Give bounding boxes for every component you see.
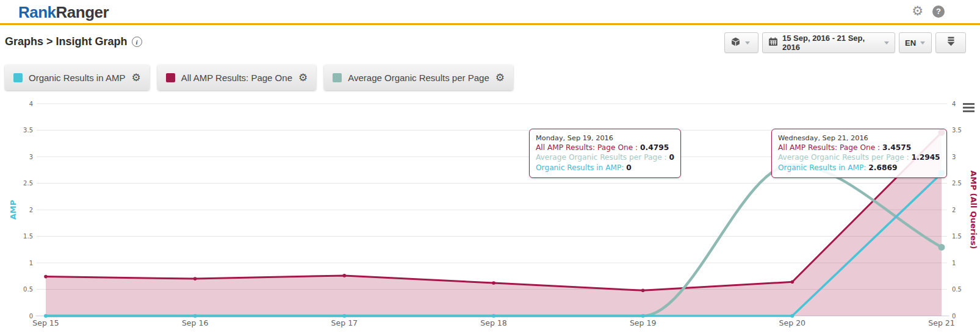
legend-item-all-amp-results-page-one[interactable]: All AMP Results: Page One ⚙: [157, 65, 317, 90]
rankranger-logo[interactable]: RankRanger: [18, 3, 109, 22]
series-legend: Organic Results in AMP ⚙ All AMP Results…: [5, 65, 513, 90]
tooltip-title: Monday, Sep 19, 2016: [536, 134, 674, 143]
x-axis-label: Sep 15: [32, 318, 59, 327]
y-tick-right: 2: [952, 207, 956, 213]
gear-icon[interactable]: ⚙: [298, 71, 308, 84]
language-label: EN: [905, 38, 916, 48]
data-point[interactable]: [791, 281, 794, 284]
data-point[interactable]: [342, 314, 346, 318]
legend-label: Average Organic Results per Page: [348, 73, 489, 83]
y-tick-left: 4: [29, 101, 33, 107]
insight-graph-page: RankRanger ⚙ ? Graphs > Insight Graph i: [0, 0, 980, 336]
tooltip-row: Organic Results in AMP: 0: [536, 163, 674, 173]
chart-menu-icon[interactable]: [963, 103, 975, 114]
y-tick-right: 3.5: [952, 127, 962, 134]
y-tick-left: 2.5: [23, 180, 33, 187]
breadcrumb: Graphs > Insight Graph i: [5, 35, 142, 48]
data-point[interactable]: [641, 288, 645, 292]
x-axis-label: Sep 16: [182, 318, 208, 327]
y-tick-left: 0.5: [23, 286, 33, 293]
tooltip-row: All AMP Results: Page One : 3.4575: [778, 143, 940, 152]
tooltip-row: All AMP Results: Page One : 0.4795: [536, 143, 674, 152]
color-swatch: [13, 73, 23, 82]
data-point[interactable]: [193, 277, 197, 281]
gear-icon[interactable]: ⚙: [495, 71, 505, 84]
y-tick-right: 1: [952, 260, 956, 266]
color-swatch: [166, 73, 175, 82]
y-tick-right: 3: [952, 154, 956, 160]
data-point[interactable]: [193, 314, 197, 318]
y-tick-right: 4: [952, 101, 956, 107]
x-axis-label: Sep 18: [480, 318, 506, 327]
data-point[interactable]: [44, 275, 48, 279]
y-tick-left: 2: [29, 207, 33, 213]
y-tick-right: 2.5: [952, 180, 962, 187]
y-tick-left: 3: [29, 154, 33, 160]
legend-label: All AMP Results: Page One: [181, 73, 292, 83]
chevron-down-icon: [920, 41, 925, 45]
x-axis-label: Sep 20: [779, 318, 805, 327]
y-tick-right: 1.5: [952, 233, 962, 240]
color-swatch: [333, 73, 342, 82]
settings-gear-icon[interactable]: ⚙: [912, 5, 923, 18]
language-button[interactable]: EN: [899, 32, 932, 53]
help-icon[interactable]: ?: [932, 5, 945, 18]
x-axis-label: Sep 21: [928, 318, 954, 327]
cube-icon: [730, 37, 741, 49]
gear-icon[interactable]: ⚙: [131, 71, 140, 84]
x-axis-label: Sep 17: [331, 318, 358, 327]
download-icon: [946, 36, 956, 49]
tooltip-row: Organic Results in AMP: 2.6869: [778, 163, 940, 173]
tooltip-sep-19: Monday, Sep 19, 2016 All AMP Results: Pa…: [529, 129, 681, 178]
data-point[interactable]: [492, 314, 495, 318]
data-point[interactable]: [343, 274, 347, 277]
legend-label: Organic Results in AMP: [29, 73, 125, 83]
chevron-down-icon: [884, 41, 889, 45]
y-tick-left: 1: [29, 260, 33, 266]
y-tick-left: 3.5: [23, 127, 33, 134]
y-tick-left: 1.5: [23, 233, 33, 240]
data-point[interactable]: [44, 314, 48, 318]
data-point[interactable]: [641, 314, 645, 318]
calendar-icon: [768, 37, 778, 49]
toolbar: 15 Sep, 2016 - 21 Sep, 2016 EN: [724, 32, 966, 53]
tooltip-sep-21: Wednesday, Sep 21, 2016 All AMP Results:…: [771, 129, 947, 178]
y-tick-right: 0.5: [952, 286, 962, 293]
legend-item-organic-results-in-amp[interactable]: Organic Results in AMP ⚙: [5, 65, 150, 90]
x-axis-label: Sep 19: [630, 318, 656, 327]
y-axis-right-title: AMP (All Queries): [969, 171, 978, 249]
chevron-down-icon: [745, 41, 750, 45]
header-icons: ⚙ ?: [912, 5, 945, 18]
app-header: RankRanger ⚙ ?: [0, 0, 980, 25]
data-point[interactable]: [492, 281, 495, 285]
logo-ranger: Ranger: [56, 3, 109, 21]
y-axis-left-title: AMP: [9, 200, 18, 220]
chart-area[interactable]: 000.50.5111.51.5222.52.5333.53.544Sep 15…: [0, 98, 980, 336]
campaign-selector-button[interactable]: [724, 32, 758, 53]
tooltip-row: Average Organic Results per Page : 1.294…: [778, 152, 940, 162]
page-title: Graphs > Insight Graph: [5, 35, 128, 48]
info-icon[interactable]: i: [132, 37, 142, 47]
date-range-label: 15 Sep, 2016 - 21 Sep, 2016: [782, 34, 880, 52]
data-point[interactable]: [790, 314, 794, 318]
logo-rank: Rank: [18, 3, 56, 21]
legend-item-average-organic-results-per-page[interactable]: Average Organic Results per Page ⚙: [324, 65, 513, 90]
tooltip-title: Wednesday, Sep 21, 2016: [778, 134, 940, 143]
tooltip-row: Average Organic Results per Page : 0: [536, 152, 674, 162]
data-point[interactable]: [939, 244, 945, 251]
date-range-button[interactable]: 15 Sep, 2016 - 21 Sep, 2016: [762, 32, 895, 53]
download-button[interactable]: [935, 32, 966, 53]
